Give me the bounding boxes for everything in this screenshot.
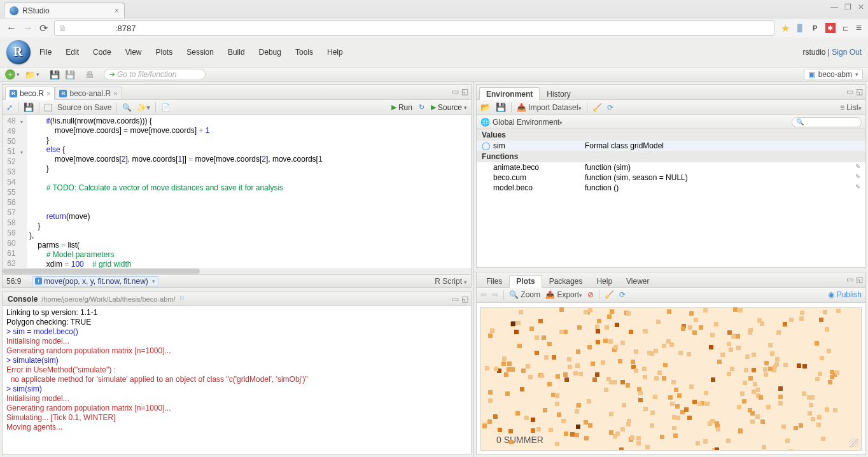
maximize-icon[interactable]: ❐ xyxy=(844,3,851,11)
window-controls: — ❐ ✕ xyxy=(830,3,864,11)
menu-help[interactable]: Help xyxy=(327,48,343,57)
env-row[interactable]: model.becofunction ()✎ xyxy=(477,183,865,193)
tab-files[interactable]: Files xyxy=(479,275,509,288)
extension-icon[interactable]: ▉ xyxy=(795,23,805,33)
clear-workspace-icon[interactable]: 🧹 xyxy=(592,103,602,112)
close-tab-icon[interactable]: × xyxy=(113,90,117,97)
maximize-pane-icon[interactable]: ◱ xyxy=(856,275,863,284)
hamburger-menu-icon[interactable]: ≡ xyxy=(856,22,862,34)
close-tab-icon[interactable]: × xyxy=(46,90,50,97)
resize-grip-icon[interactable] xyxy=(850,439,858,447)
maximize-pane-icon[interactable]: ◱ xyxy=(856,87,863,96)
sign-out-link[interactable]: Sign Out xyxy=(832,48,862,57)
next-plot-icon[interactable]: ⇨ xyxy=(492,290,498,299)
new-file-button[interactable]: +▾ xyxy=(5,69,20,80)
run-button[interactable]: ▶Run xyxy=(391,103,412,112)
save-button[interactable]: 💾 xyxy=(50,70,60,80)
load-workspace-icon[interactable]: 📂 xyxy=(480,102,491,112)
browser-tab[interactable]: RStudio × xyxy=(4,3,125,18)
close-window-icon[interactable]: ✕ xyxy=(858,3,864,11)
compile-report-icon[interactable]: 📄 xyxy=(161,103,171,112)
save-workspace-icon[interactable]: 💾 xyxy=(496,102,506,112)
tab-environment[interactable]: Environment xyxy=(479,87,540,100)
page-icon: 🗎 xyxy=(59,24,67,33)
extension-p-icon[interactable]: P xyxy=(810,23,820,33)
plot-canvas: 0 SUMMER xyxy=(480,307,862,451)
console-title: Console xyxy=(8,295,38,304)
export-button[interactable]: 📤 Export▾ xyxy=(545,290,582,299)
console-path-picker-icon[interactable]: ⚐ xyxy=(179,295,185,303)
username-label: rstudio xyxy=(802,48,825,57)
rerun-button[interactable]: ↻ xyxy=(419,103,424,111)
editor-tab-beco-r[interactable]: Rbeco.R× xyxy=(5,87,55,100)
main-menu: File Edit Code View Plots Session Build … xyxy=(39,48,343,57)
menu-file[interactable]: File xyxy=(39,48,52,57)
menu-plots[interactable]: Plots xyxy=(156,48,173,57)
back-icon[interactable]: ← xyxy=(6,22,17,34)
close-tab-icon[interactable]: × xyxy=(114,6,119,15)
prev-plot-icon[interactable]: ⇦ xyxy=(480,290,487,299)
scope-crumb[interactable]: fmove(pop, x, y, fit.now, fit.new)▾ xyxy=(32,276,158,286)
reload-icon[interactable]: ⟳ xyxy=(39,22,48,34)
horizontal-scrollbar[interactable] xyxy=(3,268,471,274)
publish-button[interactable]: ◉ Publish xyxy=(828,290,862,299)
popout-icon[interactable]: ⤢ xyxy=(6,103,13,112)
tab-plots[interactable]: Plots xyxy=(509,275,542,288)
open-project-button[interactable]: 📁▾ xyxy=(25,70,39,80)
environment-scope[interactable]: Global Environment▾ xyxy=(493,118,563,127)
goto-file-function[interactable]: ➔Go to file/function xyxy=(104,69,206,80)
source-on-save-label: Source on Save xyxy=(57,103,111,112)
console-output[interactable]: Linking to sp version: 1.1-1Polygon chec… xyxy=(3,306,471,454)
menu-session[interactable]: Session xyxy=(186,48,214,57)
file-type[interactable]: R Script▾ xyxy=(435,277,467,286)
env-search[interactable]: 🔍 xyxy=(792,117,862,127)
project-selector[interactable]: ▣beco-abm▾ xyxy=(804,69,863,80)
maximize-pane-icon[interactable]: ◱ xyxy=(461,87,468,96)
remove-plot-icon[interactable]: ⊘ xyxy=(587,290,594,299)
editor-tab-beco-anal-r[interactable]: Rbeco-anal.R× xyxy=(55,87,122,100)
extension-c-icon[interactable]: ⊏ xyxy=(841,23,851,33)
clear-plots-icon[interactable]: 🧹 xyxy=(605,290,614,299)
maximize-pane-icon[interactable]: ◱ xyxy=(461,295,468,304)
import-dataset-button[interactable]: 📥 Import Dataset▾ xyxy=(517,103,582,112)
zoom-button[interactable]: 🔍 Zoom xyxy=(509,290,540,299)
code-editor[interactable]: 48 ▾ 49 50 51 ▾ 52 53 54 55 56 57 58 59 … xyxy=(3,115,471,274)
console-path: /home/joeroe/g/Work/Lab/thesis/beco-abm/ xyxy=(41,295,175,303)
bookmark-star-icon[interactable]: ★ xyxy=(781,22,790,34)
view-mode-button[interactable]: ≡ List▾ xyxy=(840,103,862,112)
save-all-button[interactable]: 💾 xyxy=(65,70,75,80)
env-row[interactable]: beco.cumfunction (sim, season = NULL)✎ xyxy=(477,172,865,183)
menu-tools[interactable]: Tools xyxy=(295,48,313,57)
wand-icon[interactable]: ✨▾ xyxy=(137,103,150,112)
env-row[interactable]: ◯simFormal class gridModel xyxy=(477,141,865,151)
browser-chrome: RStudio × — ❐ ✕ ← → ⟳ 🗎 ★ ▉ P ✱ ⊏ ≡ xyxy=(0,0,868,38)
refresh-env-icon[interactable]: ⟳ xyxy=(607,103,613,112)
url-input[interactable] xyxy=(71,24,770,33)
tab-viewer[interactable]: Viewer xyxy=(619,275,656,288)
extension-red-icon[interactable]: ✱ xyxy=(825,23,836,33)
save-file-button[interactable]: 💾 xyxy=(24,102,34,112)
minimize-pane-icon[interactable]: ▭ xyxy=(452,295,459,304)
address-bar[interactable]: 🗎 xyxy=(54,20,774,36)
find-icon[interactable]: 🔍 xyxy=(122,103,132,112)
menu-debug[interactable]: Debug xyxy=(259,48,281,57)
menu-view[interactable]: View xyxy=(125,48,142,57)
browser-tab-title: RStudio xyxy=(22,6,110,15)
minimize-pane-icon[interactable]: ▭ xyxy=(846,87,853,96)
source-button[interactable]: ▶Source▾ xyxy=(431,103,467,112)
forward-icon[interactable]: → xyxy=(23,22,33,34)
globe-icon: 🌐 xyxy=(480,118,490,127)
print-button[interactable]: 🖶 xyxy=(85,70,94,80)
env-row[interactable]: animate.becofunction (sim)✎ xyxy=(477,162,865,172)
tab-help[interactable]: Help xyxy=(589,275,619,288)
menu-edit[interactable]: Edit xyxy=(66,48,79,57)
minimize-pane-icon[interactable]: ▭ xyxy=(452,87,459,96)
minimize-icon[interactable]: — xyxy=(830,3,838,11)
refresh-plots-icon[interactable]: ⟳ xyxy=(619,290,626,299)
tab-history[interactable]: History xyxy=(540,87,577,100)
menu-code[interactable]: Code xyxy=(93,48,111,57)
menu-build[interactable]: Build xyxy=(228,48,245,57)
minimize-pane-icon[interactable]: ▭ xyxy=(846,275,853,284)
source-on-save-checkbox[interactable] xyxy=(45,104,52,111)
tab-packages[interactable]: Packages xyxy=(542,275,590,288)
